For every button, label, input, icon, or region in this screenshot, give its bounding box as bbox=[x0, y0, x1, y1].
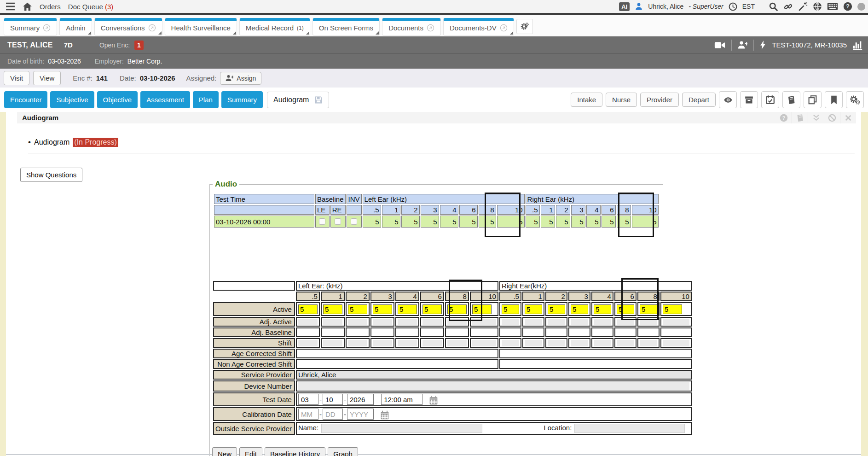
active-input[interactable] bbox=[663, 304, 682, 314]
tab-health-surveillance[interactable]: Health Surveillance bbox=[165, 18, 237, 35]
status-dot-icon[interactable] bbox=[857, 3, 865, 11]
graph-button[interactable]: Graph bbox=[328, 447, 358, 456]
active-input[interactable] bbox=[298, 304, 318, 314]
intake-button[interactable]: Intake bbox=[571, 93, 602, 107]
baseline-history-button[interactable]: Baseline History bbox=[265, 447, 325, 456]
book-icon[interactable] bbox=[782, 91, 800, 108]
help-icon[interactable]: ? bbox=[843, 2, 852, 11]
tab-documents[interactable]: Documents bbox=[382, 18, 441, 35]
tab-settings-gear-icon[interactable] bbox=[516, 19, 533, 34]
assessment-button[interactable]: Assessment bbox=[140, 91, 190, 108]
provider-button[interactable]: Provider bbox=[640, 93, 679, 107]
open-enc-label: Open Enc: bbox=[99, 41, 130, 49]
search-icon[interactable] bbox=[769, 2, 778, 12]
assign-button[interactable]: Assign bbox=[220, 72, 261, 85]
right-value: 5 bbox=[541, 216, 555, 228]
test-time-value[interactable]: 03-10-2026 00:00 bbox=[214, 216, 314, 228]
left-value: 5 bbox=[401, 216, 420, 228]
calendar-check-icon[interactable] bbox=[761, 91, 779, 108]
show-questions-button[interactable]: Show Questions bbox=[20, 168, 82, 182]
clock-icon[interactable] bbox=[729, 2, 737, 11]
calendar-icon[interactable] bbox=[429, 396, 438, 405]
calibration-month-input[interactable] bbox=[298, 409, 318, 420]
active-input[interactable] bbox=[398, 304, 417, 314]
eye-icon[interactable] bbox=[719, 91, 737, 108]
copy-pages-icon[interactable] bbox=[804, 91, 822, 108]
menu-item-doc-queue[interactable]: Doc Queue (3) bbox=[68, 3, 113, 11]
tab-medical-record[interactable]: Medical Record(1) bbox=[239, 18, 310, 35]
section-book-icon[interactable] bbox=[792, 112, 808, 123]
test-time-input[interactable] bbox=[381, 394, 422, 405]
active-input[interactable] bbox=[348, 304, 367, 314]
subjective-button[interactable]: Subjective bbox=[50, 91, 94, 108]
depart-button[interactable]: Depart bbox=[682, 93, 716, 107]
active-input[interactable] bbox=[525, 304, 542, 314]
active-input[interactable] bbox=[548, 304, 565, 314]
plan-button[interactable]: Plan bbox=[193, 91, 219, 108]
ai-badge[interactable]: AI bbox=[619, 2, 630, 11]
open-enc-count[interactable]: 1 bbox=[134, 41, 144, 50]
freq-header: 4 bbox=[586, 205, 601, 215]
tab-conversations[interactable]: Conversations bbox=[94, 18, 162, 35]
audiogram-item-label[interactable]: Audiogram bbox=[34, 138, 69, 146]
active-input[interactable] bbox=[323, 304, 342, 314]
new-button[interactable]: New bbox=[212, 447, 237, 456]
link-icon[interactable] bbox=[783, 2, 793, 12]
active-input[interactable] bbox=[594, 304, 611, 314]
globe-icon[interactable] bbox=[813, 2, 822, 11]
device-number-input[interactable] bbox=[298, 382, 689, 390]
section-help-icon[interactable]: ? bbox=[775, 112, 792, 123]
disable-icon[interactable] bbox=[824, 112, 840, 123]
test-date-month-input[interactable] bbox=[298, 394, 318, 405]
collapse-chevrons-icon[interactable] bbox=[808, 112, 824, 123]
test-date-year-input[interactable] bbox=[347, 394, 374, 405]
active-input[interactable] bbox=[571, 304, 588, 314]
audiogram-form-tab[interactable]: Audiogram bbox=[267, 92, 329, 108]
lightning-icon[interactable] bbox=[760, 40, 766, 50]
tab-corner-marker bbox=[376, 31, 379, 35]
user-role: - SuperUser bbox=[689, 3, 723, 10]
objective-button[interactable]: Objective bbox=[97, 91, 138, 108]
le-baseline-checkbox[interactable] bbox=[319, 218, 325, 225]
edit-button[interactable]: Edit bbox=[239, 447, 262, 456]
video-camera-icon[interactable] bbox=[714, 41, 725, 49]
inv-checkbox[interactable] bbox=[351, 218, 357, 225]
re-baseline-checkbox[interactable] bbox=[335, 218, 341, 225]
nurse-button[interactable]: Nurse bbox=[606, 93, 637, 107]
archive-box-icon[interactable] bbox=[740, 91, 758, 108]
active-input[interactable] bbox=[422, 304, 442, 314]
encounter-button[interactable]: Encounter bbox=[4, 91, 47, 108]
wand-icon[interactable] bbox=[798, 2, 808, 12]
view-button[interactable]: View bbox=[33, 71, 61, 85]
visit-button[interactable]: Visit bbox=[4, 71, 29, 85]
tab-corner-marker bbox=[88, 31, 91, 35]
tab-documents-dv[interactable]: Documents-DV bbox=[443, 18, 514, 35]
test-row[interactable]: 03-10-2026 00:00 5 5 5 5 5 5 5 5 5 5 5 5… bbox=[214, 216, 659, 228]
active-input[interactable] bbox=[617, 304, 634, 314]
tab-on-screen-forms[interactable]: On Screen Forms bbox=[312, 18, 380, 35]
calendar-icon[interactable] bbox=[380, 410, 389, 420]
summary-button[interactable]: Summary bbox=[221, 91, 263, 108]
outside-name-input[interactable] bbox=[321, 424, 482, 433]
active-input[interactable] bbox=[472, 304, 492, 314]
menu-item-orders[interactable]: Orders bbox=[40, 3, 61, 11]
calibration-year-input[interactable] bbox=[347, 409, 374, 420]
tab-summary[interactable]: Summary bbox=[4, 18, 57, 35]
calibration-day-input[interactable] bbox=[323, 409, 343, 420]
active-input[interactable] bbox=[447, 304, 467, 314]
save-icon[interactable] bbox=[314, 96, 323, 104]
active-input[interactable] bbox=[640, 304, 657, 314]
chart-icon[interactable] bbox=[853, 40, 863, 50]
active-input[interactable] bbox=[502, 304, 519, 314]
tab-admin[interactable]: Admin bbox=[59, 18, 92, 35]
close-icon[interactable] bbox=[840, 112, 856, 123]
settings-gears-icon[interactable] bbox=[846, 91, 864, 108]
add-user-icon[interactable] bbox=[738, 41, 747, 49]
keyboard-icon[interactable] bbox=[827, 2, 838, 11]
outside-location-input[interactable] bbox=[574, 424, 685, 433]
active-input[interactable] bbox=[373, 304, 392, 314]
bookmark-icon[interactable] bbox=[825, 91, 843, 108]
home-icon[interactable] bbox=[23, 2, 32, 11]
menu-icon[interactable] bbox=[6, 2, 15, 11]
test-date-day-input[interactable] bbox=[323, 394, 343, 405]
